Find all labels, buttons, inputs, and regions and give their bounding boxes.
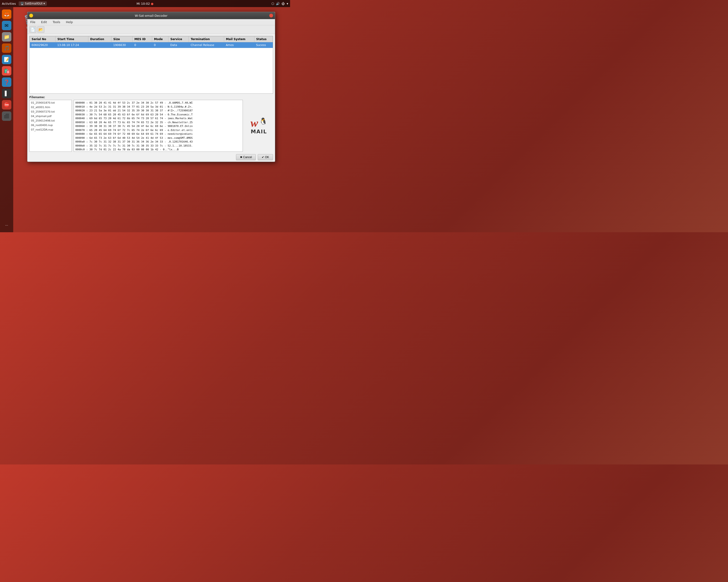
table-cell: 0 — [132, 42, 152, 48]
dialog-titlebar: W-Sat-email-Decoder — [27, 12, 275, 19]
clock-time: Mi 10:02 — [136, 2, 150, 5]
data-table-container[interactable]: Serial No Start Time Duration Size MES I… — [29, 36, 273, 94]
hex-line: 000090 : 6d 65 73 2e 63 6f 6d 40 53 4d 5… — [75, 136, 241, 140]
dialog-controls — [29, 14, 33, 18]
col-mail-system: Mail System — [224, 36, 254, 42]
hex-line: 0000a0 : 7c 30 7c 31 32 38 31 37 30 31 3… — [75, 140, 241, 144]
volume-icon[interactable]: 🔊 — [276, 2, 280, 5]
hex-line: 000050 : 63 68 20 4e 65 77 73 6c 65 74 7… — [75, 120, 241, 124]
hex-line: 0000c0 : 30 7c 7d 01 2c 22 4a 78 da 03 0… — [75, 148, 241, 152]
activities-button[interactable]: Activities — [2, 2, 16, 5]
col-termination: Termination — [189, 36, 224, 42]
table-cell: Amos — [224, 42, 254, 48]
logo-penguin: 🐧 — [259, 117, 267, 125]
sidebar-item-app2[interactable]: ⬛ — [2, 111, 11, 121]
clock-dot: ● — [151, 2, 154, 5]
sidebar-item-rhythmbox[interactable]: 🎵 — [2, 44, 11, 53]
table-cell: Sucess — [254, 42, 272, 48]
table-cell: 606029620 — [30, 42, 55, 48]
sidebar-item-help[interactable]: ❓ — [2, 77, 11, 87]
logo-mail: MAIL — [251, 129, 267, 135]
toolbar-open-button[interactable]: 📂 — [37, 26, 45, 33]
toolbar-new-button[interactable]: 📄 — [29, 26, 36, 33]
menu-edit[interactable]: Edit — [40, 20, 48, 24]
logo-area: w 🐧 MAIL — [245, 100, 273, 152]
power-icon[interactable]: ⏻ — [282, 2, 285, 5]
app-grid-button[interactable]: ⋯ — [2, 220, 11, 230]
open-folder-icon: 📂 — [38, 27, 43, 32]
file-list-item[interactable]: 03_259007270.txt — [29, 110, 72, 114]
table-row[interactable]: 60602962013.08.10 17:24190663000DataChan… — [30, 42, 273, 48]
sidebar-item-store[interactable]: 🛍️ — [2, 66, 11, 76]
file-list[interactable]: 01_259001870.txt02_att001.htm03_25900727… — [29, 100, 72, 152]
dialog-window: W-Sat-email-Decoder File Edit Tools Help… — [27, 12, 275, 162]
hex-line: 000020 : 23 21 5a 3e 01 dd 21 54 32 35 3… — [75, 109, 241, 113]
sidebar-item-writer[interactable]: 📝 — [2, 55, 11, 64]
hex-line: 000070 : 65 20 45 64 69 74 6f 72 7c 65 7… — [75, 129, 241, 132]
data-table: Serial No Start Time Duration Size MES I… — [29, 36, 273, 48]
sidebar-item-terminal[interactable]: ▌ — [2, 89, 11, 98]
table-cell: 1906630 — [111, 42, 132, 48]
sidebar-item-email[interactable]: ✉️ — [2, 21, 11, 30]
sidebar-item-files[interactable]: 📁 — [2, 32, 11, 41]
col-duration: Duration — [88, 36, 111, 42]
bottom-panel: 01_259001870.txt02_att001.htm03_25900727… — [29, 100, 273, 152]
taskbar-left: Activities 🖥️ SatEmailGUI ▾ — [2, 1, 47, 6]
hex-line: 000040 : 69 6d 65 73 20 4d 61 72 6b 65 7… — [75, 117, 241, 120]
table-body: 60602962013.08.10 17:24190663000DataChan… — [30, 42, 273, 48]
menu-help[interactable]: Help — [65, 20, 74, 24]
table-cell: Channel Release — [189, 42, 224, 48]
col-mode: Mode — [152, 36, 168, 42]
table-cell — [88, 42, 111, 48]
hex-line: 000000 : 01 38 20 41 41 4d 4f 53 2c 37 2… — [75, 101, 241, 105]
ok-button[interactable]: ✔ OK — [258, 154, 273, 160]
taskbar: Activities 🖥️ SatEmailGUI ▾ Mi 10:02 ● ⬡… — [0, 0, 290, 7]
col-service: Service — [168, 36, 189, 42]
toolbar: 📄 📂 — [27, 25, 275, 34]
taskbar-right: ⬡ 🔊 ⏻ ▾ — [271, 2, 288, 5]
sidebar-item-app1[interactable]: ⛔ — [2, 100, 11, 110]
file-list-item[interactable]: 04_shipmail.pdf — [29, 114, 72, 118]
app-indicator-arrow: ▾ — [44, 2, 45, 5]
menu-file[interactable]: File — [29, 20, 36, 24]
hex-line: 0000b0 : 35 32 7c 31 7c 7c 7c 31 30 7c 3… — [75, 144, 241, 148]
hex-view[interactable]: 000000 : 01 38 20 41 41 4d 4f 53 2c 37 2… — [74, 100, 243, 152]
col-mes-id: MES ID — [132, 36, 152, 42]
sidebar-item-firefox[interactable]: 🦊 — [2, 9, 11, 19]
hex-line: 000010 : 4e 2d 53 2c 31 31 39 38 34 77 0… — [75, 105, 241, 109]
file-list-item[interactable]: 05_259013498.txt — [29, 118, 72, 123]
logo-w: w — [251, 117, 258, 129]
new-doc-icon: 📄 — [30, 27, 35, 32]
filename-section: Filename: — [29, 95, 273, 99]
file-list-item[interactable]: 07_nod12DA.nup — [29, 128, 72, 132]
col-status: Status — [254, 36, 272, 42]
dialog-close-controls — [269, 14, 273, 18]
file-list-item[interactable]: 01_259001870.txt — [29, 101, 72, 105]
table-cell: 13.08.10 17:24 — [55, 42, 88, 48]
col-start-time: Start Time — [55, 36, 88, 42]
file-list-item[interactable]: 02_att001.htm — [29, 105, 72, 110]
menu-tools[interactable]: Tools — [52, 20, 61, 24]
network-icon[interactable]: ⬡ — [271, 2, 274, 5]
dialog-footer: ✖ Cancel ✔ OK — [27, 153, 275, 162]
menu-bar: File Edit Tools Help — [27, 19, 275, 25]
app-indicator[interactable]: 🖥️ SatEmailGUI ▾ — [19, 1, 47, 6]
table-header-row: Serial No Start Time Duration Size MES I… — [30, 36, 273, 42]
filename-label: Filename: — [29, 95, 273, 99]
table-cell: Data — [168, 42, 189, 48]
hex-line: 000060 : 39 30 30 31 38 37 30 7c 45 54 2… — [75, 124, 241, 129]
minimize-button[interactable] — [29, 14, 33, 18]
taskbar-clock: Mi 10:02 ● — [136, 2, 154, 5]
hex-line: 000080 : 6e 65 65 64 69 74 6f 72 40 69 6… — [75, 132, 241, 136]
cancel-button[interactable]: ✖ Cancel — [236, 154, 256, 160]
table-cell: 0 — [152, 42, 168, 48]
dialog-title: W-Sat-email-Decoder — [33, 14, 269, 18]
settings-arrow[interactable]: ▾ — [287, 2, 288, 5]
col-serial-no: Serial No — [30, 36, 55, 42]
file-list-item[interactable]: 06_nod0400.nup — [29, 123, 72, 128]
sidebar: 🦊 ✉️ 📁 🎵 📝 🛍️ ❓ ▌ ⛔ ⬛ ⋯ — [0, 7, 13, 232]
close-button[interactable] — [269, 14, 273, 18]
col-size: Size — [111, 36, 132, 42]
hex-line: 000030 : 30 7c 54 68 65 20 45 63 6f 6e 6… — [75, 113, 241, 117]
app-indicator-label: SatEmailGUI — [25, 2, 43, 5]
